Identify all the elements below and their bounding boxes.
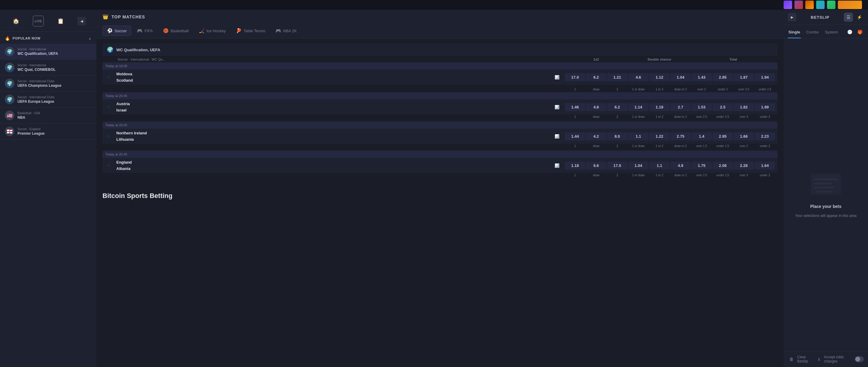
m2-h0: 1 [565, 144, 585, 148]
match-3-odds-5[interactable]: 4.9 [670, 161, 691, 170]
tab-soccer[interactable]: ⚽ Soccer [102, 26, 131, 36]
match-2-odds-2[interactable]: 8.0 [607, 132, 627, 141]
match-0-star[interactable]: ☆ [105, 73, 112, 81]
sidebar-flag-2: 🌍 [5, 79, 14, 88]
sidebar-item-wc-conmebol[interactable]: 🌍 Soccer · International WC Qual, CONMEB… [0, 60, 96, 75]
match-1-odds-8[interactable]: 1.82 [734, 103, 754, 111]
match-3-odds-9[interactable]: 1.64 [755, 161, 775, 170]
m1-h5: draw or 2 [670, 115, 691, 118]
sidebar-name-4: NBA [18, 115, 92, 120]
match-0-odds-4[interactable]: 1.12 [649, 73, 670, 81]
svg-rect-3 [814, 186, 835, 188]
match-0-odds-3[interactable]: 4.6 [628, 73, 649, 81]
match-1-odds-2[interactable]: 6.2 [607, 103, 627, 111]
tab-fifa[interactable]: 🎮 FIFA [132, 26, 157, 36]
match-3-star[interactable]: ☆ [105, 162, 112, 169]
match-2-odds-4[interactable]: 1.22 [649, 132, 670, 141]
match-2-odds-5[interactable]: 2.75 [670, 132, 691, 141]
sidebar-item-wc-uefa[interactable]: 🌍 Soccer · International WC Qualificatio… [0, 44, 96, 60]
popular-arrow-icon: ▲ [88, 37, 92, 40]
match-1-odds-9[interactable]: 1.99 [755, 103, 775, 111]
sidebar-item-uel[interactable]: 🌍 Soccer · International Clubs UEFA Euro… [0, 92, 96, 108]
match-time-0: Today at 18:00 [102, 62, 778, 70]
match-3-odds-6[interactable]: 1.75 [691, 161, 712, 170]
bitcoin-title: Bitcoin Sports Betting [102, 192, 778, 200]
match-3-odds-0[interactable]: 1.18 [565, 161, 585, 170]
soccer-tab-label: Soccer [115, 29, 127, 33]
match-3-odds-3[interactable]: 1.04 [628, 161, 649, 170]
match-0-odds-5[interactable]: 1.04 [670, 73, 691, 81]
match-0-odds-1[interactable]: 6.2 [586, 73, 607, 81]
m2-h9: under 2 [755, 144, 775, 148]
betslip-extra-icons: 🕐 🎁 [846, 28, 864, 38]
match-0-stats[interactable]: 📊 [553, 73, 561, 81]
icehockey-tab-label: Ice Hockey [207, 29, 226, 33]
betslip-list-icon[interactable]: ☰ [844, 13, 853, 22]
match-1-odds-3[interactable]: 1.14 [628, 103, 649, 111]
betslip-tab-system[interactable]: System [824, 28, 838, 38]
match-0-odds-7[interactable]: 2.85 [712, 73, 733, 81]
match-1-odds-4[interactable]: 1.19 [649, 103, 670, 111]
match-2-stats[interactable]: 📊 [553, 132, 561, 140]
match-0-odds-9[interactable]: 1.94 [755, 73, 775, 81]
sidebar-name-3: UEFA Europa League [18, 99, 92, 104]
match-1-odds-5[interactable]: 2.7 [670, 103, 691, 111]
sidebar-collapse-button[interactable]: ◀ [78, 17, 86, 25]
m1-h1: draw [586, 115, 607, 118]
match-1-odds-7[interactable]: 2.5 [712, 103, 733, 111]
match-0-odds-0[interactable]: 17.0 [565, 73, 585, 81]
match-3-odds-1[interactable]: 6.6 [586, 161, 607, 170]
betslip-clock-icon[interactable]: 🕐 [846, 28, 854, 36]
sidebar-name-5: Premier League [18, 131, 92, 135]
sidebar-item-premier-league[interactable]: 🏴󠁧󠁢󠁥󠁮󠁧󠁿 Soccer · England Premier League [0, 124, 96, 140]
match-2-odds-9[interactable]: 2.23 [755, 132, 775, 141]
home-nav-icon[interactable]: 🏠 [10, 16, 22, 27]
m0-col-h3: 1 or draw [628, 88, 649, 91]
match-2-odds-1[interactable]: 4.2 [586, 132, 607, 141]
tab-icehockey[interactable]: 🏒 Ice Hockey [194, 26, 230, 36]
betslip-expand-button[interactable]: ▶ [788, 13, 796, 21]
tab-nba2k[interactable]: 🎮 NBA 2K [271, 26, 301, 36]
match-3-stats[interactable]: 📊 [553, 162, 561, 169]
betslip-lightning-icon[interactable]: ⚡ [855, 13, 864, 22]
match-2-star[interactable]: ☆ [105, 132, 112, 140]
sidebar-item-ucl[interactable]: 🌍 Soccer · International Clubs UEFA Cham… [0, 75, 96, 92]
match-3-odds-2[interactable]: 17.0 [607, 161, 627, 170]
match-2-odds-0[interactable]: 1.44 [565, 132, 585, 141]
accept-odds-info-icon[interactable]: ℹ [816, 356, 822, 362]
sidebar-category-3: Soccer · International Clubs [18, 95, 92, 99]
match-1-odds-6[interactable]: 1.53 [691, 103, 712, 111]
m0-col-h2: 2 [607, 88, 627, 91]
clear-betslip-icon[interactable]: 🗑 [788, 355, 795, 363]
match-1-teams: Austria Israel [116, 101, 553, 113]
match-2-odds-8[interactable]: 1.66 [734, 132, 754, 141]
match-1-odds-0[interactable]: 1.46 [565, 103, 585, 111]
match-1-star[interactable]: ☆ [105, 103, 112, 111]
top-banner [0, 0, 868, 10]
betslip-gift-icon[interactable]: 🎁 [856, 28, 864, 36]
accept-odds-toggle[interactable] [855, 356, 864, 362]
match-3-odds-7[interactable]: 2.08 [712, 161, 733, 170]
match-1-odds-1[interactable]: 4.8 [586, 103, 607, 111]
match-1-stats[interactable]: 📊 [553, 103, 561, 111]
match-2-odds-7[interactable]: 2.95 [712, 132, 733, 141]
match-0-odds-6[interactable]: 1.43 [691, 73, 712, 81]
banner-gem-1 [784, 1, 792, 9]
match-2-odds-3[interactable]: 1.1 [628, 132, 649, 141]
match-3-row: ☆ England Albania 📊 1.18 6.6 17.0 1.04 1… [102, 158, 778, 173]
tabletennis-tab-icon: 🏓 [236, 28, 242, 33]
tab-tabletennis[interactable]: 🏓 Table Tennis [231, 26, 270, 36]
live-nav-icon[interactable]: LIVE [33, 16, 44, 27]
match-3-odds-4[interactable]: 1.1 [649, 161, 670, 170]
betslip-tab-single[interactable]: Single [788, 28, 801, 38]
bets-nav-icon[interactable]: 📋 [55, 16, 66, 27]
betslip-title: Betslip [799, 15, 841, 20]
main-layout: 🏠 LIVE 📋 ◀ 🔥 Popular Now ▲ 🌍 Soccer · In… [0, 10, 868, 367]
match-0-odds-8[interactable]: 1.87 [734, 73, 754, 81]
betslip-tab-combo[interactable]: Combo [806, 28, 819, 38]
match-0-odds-2[interactable]: 1.21 [607, 73, 627, 81]
match-3-odds-8[interactable]: 2.28 [734, 161, 754, 170]
match-2-odds-6[interactable]: 1.4 [691, 132, 712, 141]
sidebar-item-nba[interactable]: 🇺🇸 Basketball · USA NBA [0, 108, 96, 124]
tab-basketball[interactable]: 🏀 Basketball [158, 26, 193, 36]
